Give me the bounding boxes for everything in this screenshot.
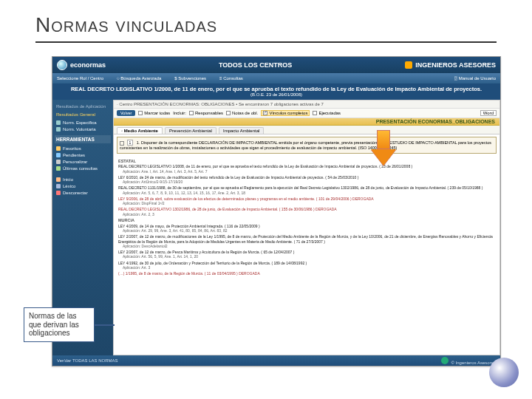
navbar: Seleccione Rol / Centro ○ Búsqueda Avanz… [52,73,500,83]
list-item: LEY 2/2007, de 12 de marzo, de Pesca Mar… [118,250,495,259]
chk-label: Notas de obl. [232,111,258,115]
checkbox-icon [313,111,317,115]
sidebar-item-label: Últimas consultas [63,166,98,171]
section-title: PRESENTACIÓN ECONORMAS_OBLIGACIONES [114,118,499,126]
body-row: Resultados de Aplicación Resultados Gene… [52,100,500,355]
ia-icon [405,61,412,69]
list-item: (…) 1/1995, de 8 de marzo, de la Región … [118,271,495,276]
nav-consultas[interactable]: ≡ Consultas [219,76,243,81]
sidebar-item-label: Léxico [63,184,75,188]
breadcrumb: · Centro PRESENTACIÓN ECONORMAS: OBLIGAC… [114,100,499,109]
sidebar-lexico[interactable]: Léxico [55,183,111,189]
doc-title-line2: (B.O.E. 23 de 26/01/2008) [71,92,482,98]
nav-busqueda[interactable]: ○ Búsqueda Avanzada [117,76,161,81]
title-rule [35,41,497,43]
doc-icon [56,120,61,125]
chk-notas[interactable]: Notas de obl. [226,111,258,115]
sidebar-resultados[interactable]: Resultados de Aplicación [55,103,111,110]
norma-aplicacion: Aplicación: Art. 2, 3 [118,212,495,216]
doc-icon [56,127,61,132]
tab-medio-ambiente[interactable]: ◦ Medio Ambiente [117,127,163,134]
arrow-head-icon [371,149,396,166]
norma-aplicacion: Aplicación: ArtÚnico/2-9/15-17/19/20 [118,180,495,184]
doc-title-line1: REAL DECRETO LEGISLATIVO 1/2008, de 11 d… [71,86,482,92]
checkbox-icon [138,111,143,115]
sidebar-item-label: Favoritos [63,146,81,151]
topbar: econormas TODOS LOS CENTROS INGENIEROS A… [52,57,500,73]
bottom-right: © Ingenieros Asesores [451,361,496,365]
star-icon [56,146,61,151]
sidebar-norm-especifica[interactable]: Norm. Específica [55,119,111,126]
paragraph-badge: 1 [127,140,134,146]
list-item: REAL DECRETO 1131/1988, de 30 de septiem… [118,185,495,195]
chk-marcar-todas[interactable]: Marcar todas [138,111,170,115]
chk-ejecutadas[interactable]: Ejecutadas [313,111,341,115]
chk-label: Responsables [195,111,223,115]
bottombar: Ver/dar TODAS LAS NORMAS © Ingenieros As… [52,355,500,366]
tab-prevencion[interactable]: Prevención Ambiental [165,127,216,134]
list-item: LEY 6/2010, de 24 de marzo, de modificac… [118,175,495,185]
slide-title: Normas vinculadas [0,0,532,40]
norma-aplicacion: Aplicación: Ane. I, Art. 14, Ane. I, Art… [118,169,495,174]
norma-aplicacion: Aplicación: Art. 56, 5, 99, Ane. 1, Art.… [118,254,495,259]
bottom-left[interactable]: Ver/dar TODAS LAS NORMAS [57,358,117,363]
group-murcia: MURCIA [118,218,495,223]
sidebar-pendientes[interactable]: Pendientes [55,151,111,158]
nav-rol[interactable]: Seleccione Rol / Centro [57,76,103,81]
norma-aplicacion: Aplicación: DescAdelantol2 [118,244,495,248]
norma-aplicacion: Aplicación: Art. 3 [118,265,495,270]
sidebar-item-label: Desconectar [63,191,88,195]
arrow-callout [371,130,396,166]
checkbox-icon [226,111,231,115]
tab-impacto[interactable]: Impacto Ambiental [219,127,264,134]
checkbox-icon[interactable] [120,141,124,146]
chk-responsables[interactable]: Responsables [189,111,223,115]
chk-label: Ejecutadas [318,111,341,115]
topbar-center: TODOS LOS CENTROS [106,61,405,69]
app-frame: econormas TODOS LOS CENTROS INGENIEROS A… [52,56,501,366]
back-button[interactable]: Volver [117,110,135,116]
tabs: ◦ Medio Ambiente Prevención Ambiental Im… [114,126,499,134]
checkbox-icon [263,111,267,115]
gear-icon [56,160,61,164]
main-panel: · Centro PRESENTACIÓN ECONORMAS: OBLIGAC… [113,100,500,355]
excel-icon[interactable] [441,357,449,364]
norma-aplicacion: Aplicación: Art. 29, 99, Ane. 3, Art. 41… [118,228,495,233]
norma-aplicacion: Aplicación: Art. 5, 6, 7, 8, 9, 10, 11, … [118,191,495,195]
sidebar-item-label: Pendientes [63,153,85,157]
clock-icon [56,153,61,157]
list-item: LEY 2/2007, de 12 de marzo, de modificac… [118,234,495,248]
sidebar-resultados-general[interactable]: Resultados General [55,111,111,118]
app-brand: econormas [70,61,106,69]
sidebar-norm-voluntaria[interactable]: Norm. Voluntaria [55,126,111,132]
obligation-text: 1. Disponer de la correspondiente DECLAR… [120,140,491,150]
nav-manual[interactable]: ⍰ Manual de Usuario [454,76,496,81]
sidebar-ultimas[interactable]: Últimas consultas [55,165,111,171]
sidebar-item-label: Norm. Específica [63,120,97,125]
export-select[interactable]: Word [480,110,497,116]
sidebar-tools-header: HERRAMIENTAS [55,135,111,143]
sidebar-personalizar[interactable]: Personalizar [55,158,111,165]
annotation-box: Normas de las que derivan las obligacion… [24,307,95,342]
right-brand-text: INGENIEROS ASESORES [415,61,496,69]
list-item: LEY 4/1992, de 30 de julio, de Ordenació… [118,261,495,270]
sidebar-item-label: Personalizar [63,160,87,164]
normas-list[interactable]: ESTATAL REAL DECRETO LEGISLATIVO 1/2008,… [114,156,499,320]
sidebar-desconectar[interactable]: Desconectar [55,189,111,196]
obligation-intro: 1 1. Disponer de la correspondiente DECL… [117,137,497,154]
right-brand: INGENIEROS ASESORES [405,61,496,69]
book-icon [56,184,61,188]
sidebar-favoritos[interactable]: Favoritos [55,145,111,151]
chk-label: Vínculos completos [269,111,307,115]
checkbox-icon [189,111,194,115]
list-item: REAL DECRETO LEGISLATIVO 1/2008, de 11 d… [118,164,495,174]
norma-title: LEY 2/2007, de 12 de marzo, de modificac… [118,234,495,244]
nav-subvenciones[interactable]: $ Subvenciones [174,76,206,81]
norma-title: REAL DECRETO 1131/1988, de 30 de septiem… [118,185,495,190]
norma-aplicacion: Aplicación: DispFinal 1ª/2 [118,201,495,205]
arrow-stem [377,130,390,149]
sidebar-inicio[interactable]: Inicio [55,176,111,183]
globe-icon [57,60,67,70]
chk-vinculos-completos[interactable]: Vínculos completos [261,110,310,116]
sidebar-item-label: Inicio [63,177,73,182]
